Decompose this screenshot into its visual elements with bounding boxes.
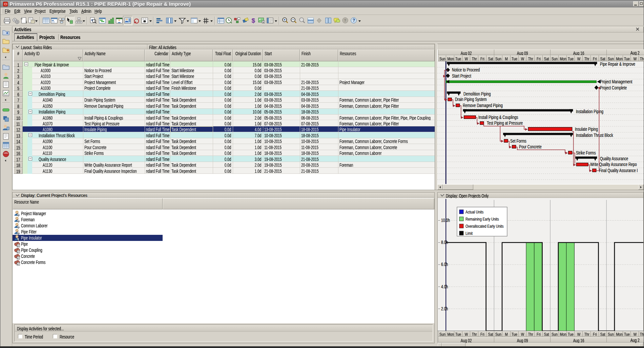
svg-text:Actual Units: Actual Units [465, 209, 483, 214]
svg-text:Pipe Repair & Improve: Pipe Repair & Improve [600, 62, 635, 67]
svg-text:6.0h: 6.0h [441, 262, 448, 267]
svg-text:Notice to Proceed: Notice to Proceed [452, 67, 480, 73]
svg-text:Final Quality Assurance I: Final Quality Assurance I [599, 168, 638, 173]
svg-text:$: $ [252, 17, 255, 24]
svg-text:Demolition Piping: Demolition Piping [463, 91, 491, 97]
svg-text:Limit: Limit [465, 230, 473, 236]
svg-text:Quality Assurance: Quality Assurance [600, 156, 628, 162]
svg-text:Project Complete: Project Complete [600, 85, 627, 90]
svg-text:Remaining Early Units: Remaining Early Units [465, 216, 499, 222]
svg-text:Remove Damaged Piping: Remove Damaged Piping [463, 103, 503, 108]
svg-text:Strike Forms: Strike Forms [576, 150, 596, 156]
svg-text:Installation Thrust Block: Installation Thrust Block [576, 132, 613, 138]
svg-text:2.0h: 2.0h [441, 306, 448, 311]
svg-text:Insulate Piping: Insulate Piping [575, 126, 598, 132]
svg-text:Set Forms: Set Forms [510, 138, 526, 144]
svg-text:Drain Piping System: Drain Piping System [455, 97, 487, 102]
svg-text:Test Piping at Pressure: Test Piping at Pressure [487, 121, 523, 126]
svg-text:Project Management: Project Management [600, 79, 632, 85]
svg-text:Pour Concrete: Pour Concrete [519, 144, 542, 149]
svg-text:Start Project: Start Project [452, 73, 471, 79]
svg-text:?: ? [344, 19, 346, 22]
svg-text:Install Piping & Couplings: Install Piping & Couplings [478, 115, 518, 120]
svg-text:10.0h: 10.0h [441, 218, 450, 223]
svg-text:Overallocated Early Units: Overallocated Early Units [465, 223, 504, 229]
svg-text:Write Quality Assurance Repo: Write Quality Assurance Repo [590, 162, 637, 167]
svg-text:?: ? [353, 18, 355, 23]
svg-text:4.0h: 4.0h [441, 284, 448, 289]
